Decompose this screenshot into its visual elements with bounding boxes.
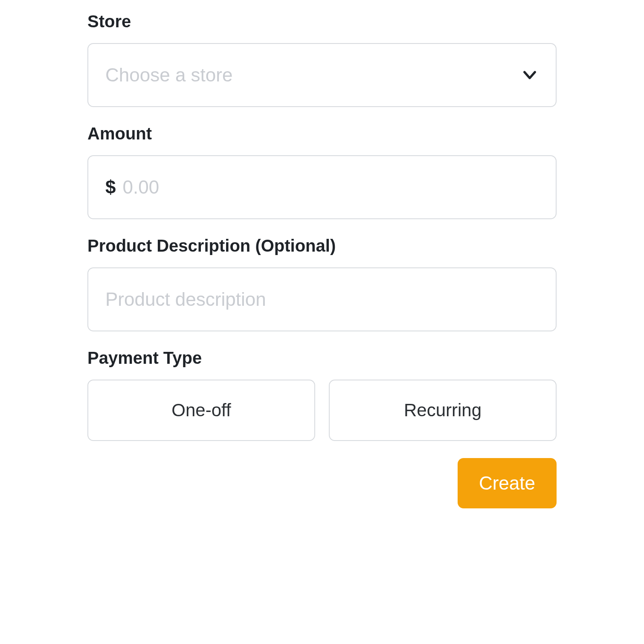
store-select-placeholder: Choose a store	[105, 64, 232, 86]
payment-type-field: Payment Type One-off Recurring	[87, 348, 557, 441]
description-field: Product Description (Optional)	[87, 236, 557, 331]
description-input-wrapper	[87, 267, 557, 331]
description-input[interactable]	[105, 268, 539, 331]
amount-input-wrapper: $	[87, 155, 557, 219]
payment-type-one-off-button[interactable]: One-off	[87, 380, 315, 441]
currency-symbol: $	[105, 177, 116, 198]
create-button[interactable]: Create	[458, 458, 557, 508]
payment-form-card: Store Choose a store Amount $ Product De…	[0, 0, 644, 644]
store-label: Store	[87, 12, 557, 31]
amount-field: Amount $	[87, 124, 557, 219]
payment-type-label: Payment Type	[87, 348, 557, 368]
payment-type-recurring-button[interactable]: Recurring	[329, 380, 557, 441]
description-label: Product Description (Optional)	[87, 236, 557, 255]
form-footer: Create	[87, 458, 557, 508]
store-field: Store Choose a store	[87, 12, 557, 107]
amount-input[interactable]	[122, 156, 539, 218]
store-select[interactable]: Choose a store	[87, 43, 557, 107]
chevron-down-icon	[521, 66, 539, 84]
amount-label: Amount	[87, 124, 557, 143]
payment-type-options: One-off Recurring	[87, 380, 557, 441]
